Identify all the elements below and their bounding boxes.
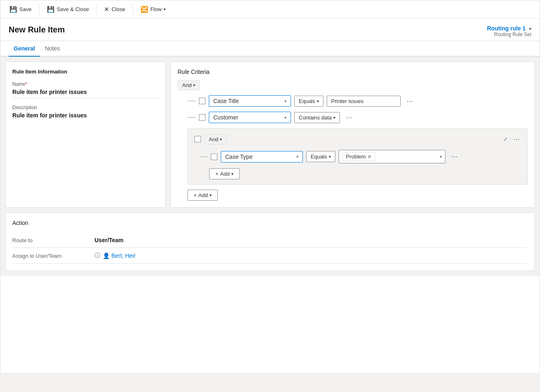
case-title-chevron-icon: ▾ <box>284 99 286 103</box>
case-title-operator-select[interactable]: Equals ▾ <box>294 96 323 107</box>
content-area: Rule Item Information Name* Rule item fo… <box>0 57 540 276</box>
routing-rule-link[interactable]: Routing rule 1 <box>487 25 526 32</box>
outer-add-chevron-icon: ▾ <box>210 193 212 197</box>
case-type-op-chevron-icon: ▾ <box>329 154 331 159</box>
required-star: * <box>25 81 28 87</box>
outer-add-row: + Add ▾ <box>178 190 528 201</box>
and-chevron-icon: ▾ <box>193 83 195 87</box>
content-row: Rule Item Information Name* Rule item fo… <box>5 62 535 208</box>
route-to-label: Route to <box>12 237 95 243</box>
assign-label: Assign to User/Team <box>12 253 95 259</box>
description-value: Rule item for printer issues <box>12 112 159 121</box>
rule-criteria-panel: Rule Criteria And ▾ Case Title ▾ Equals <box>171 62 535 208</box>
case-type-checkbox[interactable] <box>211 154 217 160</box>
separator <box>96 5 97 14</box>
nested-more-button[interactable]: ··· <box>511 133 522 145</box>
nested-checkbox[interactable] <box>194 136 201 142</box>
action-title: Action <box>12 220 528 226</box>
assign-value-link[interactable]: Bert; Heir <box>111 252 136 259</box>
case-type-more-button[interactable]: ··· <box>449 151 460 163</box>
connector-line <box>187 117 196 118</box>
nested-add-button[interactable]: + Add ▾ <box>209 168 240 179</box>
outer-add-button[interactable]: + Add ▾ <box>187 190 218 201</box>
save-button[interactable]: 💾 Save <box>5 4 36 15</box>
criteria-row-case-title: Case Title ▾ Equals ▾ Printer issues ··· <box>178 95 528 107</box>
routing-subtitle: Routing Rule Set <box>487 32 531 37</box>
criteria-title: Rule Criteria <box>178 69 528 75</box>
info-icon: ⓘ <box>95 252 100 259</box>
tabs: General Notes <box>0 41 540 57</box>
operator-chevron-icon: ▾ <box>333 115 335 120</box>
description-field-group: Description Rule item for printer issues <box>12 105 159 121</box>
save-close-button[interactable]: 💾 Save & Close <box>43 4 93 15</box>
nested-add-icon: + <box>215 171 219 177</box>
nested-add-row: + Add ▾ <box>194 168 522 179</box>
nested-add-label: Add <box>220 171 230 177</box>
row2-checkbox[interactable] <box>199 114 205 121</box>
flow-icon: 🔀 <box>141 6 148 13</box>
separator <box>133 5 133 14</box>
connector-line <box>187 101 196 101</box>
nested-and-dropdown[interactable]: And ▾ <box>204 134 226 144</box>
name-field-group: Name* Rule item for printer issues <box>12 81 159 98</box>
case-title-value[interactable]: Printer issues <box>327 96 401 107</box>
customer-operator-select[interactable]: Contains data ▾ <box>294 112 340 123</box>
nested-criteria-group: And ▾ ⤢ ··· Case Type <box>187 128 528 185</box>
criteria-row-customer: Customer ▾ Contains data ▾ ··· <box>178 112 528 123</box>
description-label: Description <box>12 105 159 110</box>
close-icon: ✕ <box>104 6 109 13</box>
tab-notes[interactable]: Notes <box>40 41 65 57</box>
page-title: New Rule Item <box>9 25 65 34</box>
outer-add-label: Add <box>198 192 208 198</box>
collapse-icon[interactable]: ⤢ <box>503 136 508 142</box>
value-select-chevron-icon: ▾ <box>440 154 442 159</box>
and-dropdown[interactable]: And ▾ <box>178 80 200 90</box>
left-panel: Rule Item Information Name* Rule item fo… <box>5 62 166 208</box>
nested-add-chevron-icon: ▾ <box>231 172 233 176</box>
nested-group-actions: ⤢ ··· <box>503 133 522 145</box>
close-button[interactable]: ✕ Close <box>100 4 129 15</box>
case-type-chevron-icon: ▾ <box>296 154 298 159</box>
problem-tag: Problem ✕ <box>342 152 375 161</box>
flow-chevron-icon: ▾ <box>164 7 166 11</box>
flow-button[interactable]: 🔀 Flow ▾ <box>136 4 170 15</box>
separator <box>39 5 39 14</box>
customer-field-select[interactable]: Customer ▾ <box>209 112 291 123</box>
nested-and-chevron-icon: ▾ <box>220 137 222 142</box>
outer-add-icon: + <box>194 192 197 198</box>
action-panel: Action Route to User/Team Assign to User… <box>5 213 535 271</box>
operator-chevron-icon: ▾ <box>317 99 319 103</box>
save-close-icon: 💾 <box>47 6 55 13</box>
connector-line <box>199 156 208 157</box>
route-to-value: User/Team <box>95 237 124 243</box>
assign-row: Assign to User/Team ⓘ 👤 Bert; Heir <box>12 248 528 264</box>
panel-title: Rule Item Information <box>12 69 159 75</box>
routing-chevron-icon[interactable]: ▾ <box>529 26 531 32</box>
case-type-value-container[interactable]: Problem ✕ ▾ <box>339 150 445 163</box>
case-title-field-select[interactable]: Case Title ▾ <box>209 95 291 107</box>
nested-group-header: And ▾ ⤢ ··· <box>194 133 522 145</box>
row1-checkbox[interactable] <box>199 98 205 104</box>
case-type-operator-select[interactable]: Equals ▾ <box>306 151 335 162</box>
customer-chevron-icon: ▾ <box>284 115 286 120</box>
page-header: New Rule Item Routing rule 1 ▾ Routing R… <box>0 18 540 41</box>
route-to-row: Route to User/Team <box>12 233 528 248</box>
criteria-row-case-type: Case Type ▾ Equals ▾ Problem ✕ <box>194 150 522 163</box>
row1-more-button[interactable]: ··· <box>404 95 415 107</box>
toolbar: 💾 Save 💾 Save & Close ✕ Close 🔀 Flow ▾ <box>0 0 540 18</box>
name-label: Name* <box>12 81 159 87</box>
row2-more-button[interactable]: ··· <box>343 112 355 123</box>
person-icon: 👤 <box>103 252 110 259</box>
save-icon: 💾 <box>9 6 17 13</box>
case-type-field-select[interactable]: Case Type ▾ <box>221 151 303 163</box>
routing-info: Routing rule 1 ▾ Routing Rule Set <box>487 25 531 37</box>
name-value: Rule item for printer issues <box>12 89 159 98</box>
tab-general[interactable]: General <box>9 41 40 57</box>
problem-tag-remove[interactable]: ✕ <box>367 154 372 160</box>
